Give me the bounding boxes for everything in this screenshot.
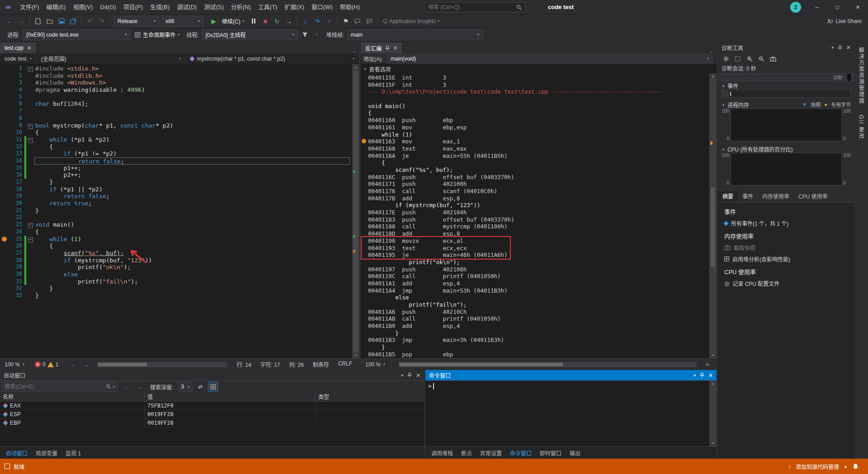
panel-tab[interactable]: 自动窗口 <box>2 449 32 457</box>
prev-issue-icon[interactable]: ← <box>67 359 78 370</box>
disasm-margin[interactable] <box>361 195 368 202</box>
disasm-margin[interactable] <box>361 308 368 316</box>
disasm-margin[interactable] <box>361 145 368 152</box>
collapse-minus-icon[interactable]: − <box>28 67 33 72</box>
comment-icon[interactable] <box>352 16 363 27</box>
pause-icon[interactable] <box>248 16 259 27</box>
hex-display-icon[interactable] <box>208 382 218 392</box>
code-line[interactable]: 4#pragma warning(disable : 4996) <box>0 86 352 94</box>
disasm-margin[interactable] <box>361 95 368 103</box>
navigate-back-icon[interactable]: ← <box>4 16 15 27</box>
disasm-margin[interactable] <box>361 330 368 337</box>
breakpoint-margin[interactable] <box>0 200 9 207</box>
take-snapshot-link[interactable]: 截取快照 <box>724 244 848 251</box>
disasm-line[interactable]: 004011A1 add esp,4 <box>361 280 709 287</box>
column-type[interactable]: 类型 <box>316 393 424 401</box>
menu-item[interactable]: 视图(V) <box>70 0 96 14</box>
disasm-line[interactable]: 00401160 push ebp <box>361 117 709 124</box>
breakpoint-margin[interactable] <box>0 86 9 94</box>
error-count[interactable]: 0 <box>42 361 46 368</box>
warning-count[interactable]: 1 <box>56 361 59 368</box>
zoom-dropdown[interactable]: 100 %▾ <box>363 361 387 368</box>
scroll-down-icon[interactable]: ▼ <box>352 352 359 358</box>
filter-icon[interactable] <box>300 29 311 40</box>
reset-view-icon[interactable] <box>769 54 778 63</box>
disasm-line[interactable]: } <box>361 344 709 351</box>
scroll-down-icon[interactable]: ▼ <box>709 441 717 446</box>
breakpoint-margin[interactable] <box>0 250 9 257</box>
autos-search-box[interactable]: ▾ <box>2 382 118 392</box>
breakpoint-margin[interactable] <box>0 108 9 115</box>
disasm-margin[interactable] <box>361 280 368 287</box>
breakpoint-margin[interactable] <box>0 65 9 72</box>
new-file-icon[interactable] <box>33 16 43 27</box>
code-line[interactable]: 8 <box>0 115 352 122</box>
breakpoint-margin[interactable] <box>0 157 9 165</box>
disasm-line[interactable]: 0040115F int 3 <box>361 81 709 89</box>
breakpoint-margin[interactable] <box>0 100 9 108</box>
maximize-icon[interactable]: □ <box>827 0 848 14</box>
breakpoint-margin[interactable] <box>0 193 9 200</box>
code-line[interactable]: 21} <box>0 207 352 214</box>
scroll-thumb[interactable] <box>354 71 358 352</box>
warning-icon[interactable] <box>47 362 54 367</box>
search-depth-dropdown[interactable]: 3▾ <box>178 382 193 392</box>
user-avatar[interactable]: 2 <box>790 2 801 13</box>
bookmark-icon[interactable]: ⚑ <box>340 16 351 27</box>
disasm-margin[interactable] <box>361 209 368 216</box>
breakpoint-margin[interactable] <box>0 129 9 136</box>
navigate-forward-icon[interactable]: → <box>16 16 27 27</box>
disasm-line[interactable]: 0040117B add esp,8 <box>361 195 709 202</box>
code-line[interactable]: 3#include <Windows.h> <box>0 79 352 86</box>
tab-list-chevron-icon[interactable]: ⌄ <box>352 49 356 53</box>
menu-item[interactable]: Git(G) <box>96 0 119 14</box>
breakpoint-margin[interactable] <box>0 179 9 186</box>
panel-tab[interactable]: 调用堆栈 <box>427 449 457 457</box>
configuration-dropdown[interactable]: Release▾ <box>114 16 159 27</box>
disasm-line[interactable]: } <box>361 330 709 337</box>
disasm-horizontal-scrollbar[interactable] <box>399 362 697 367</box>
disasm-margin[interactable] <box>361 81 368 89</box>
code-line[interactable]: 22 <box>0 214 352 221</box>
breakpoint-margin[interactable] <box>0 257 9 264</box>
select-tool-icon[interactable] <box>733 54 742 63</box>
tab-close-icon[interactable]: ✕ <box>393 45 397 51</box>
disasm-margin[interactable] <box>361 301 368 308</box>
minimize-icon[interactable]: ─ <box>807 0 827 14</box>
timeline-ruler[interactable]: 10秒 <box>718 73 854 81</box>
disasm-line[interactable]: 0040119C call printf (0401050h) <box>361 273 709 280</box>
window-menu-chevron-icon[interactable]: ▾ <box>831 45 834 50</box>
code-line[interactable]: 24{ <box>0 228 352 236</box>
step-over-icon[interactable]: ↷ <box>312 16 323 27</box>
code-line[interactable]: 7 <box>0 108 352 115</box>
menu-item[interactable]: 编辑(E) <box>43 0 70 14</box>
notifications-bell-icon[interactable] <box>852 463 859 470</box>
view-options-toggle[interactable]: ▸ 查看选项 <box>361 64 717 73</box>
close-icon[interactable]: ✕ <box>708 372 713 379</box>
undo-icon[interactable]: ↶ <box>85 16 95 27</box>
disasm-margin[interactable] <box>361 103 368 110</box>
disasm-margin[interactable] <box>361 74 368 81</box>
code-line[interactable]: 1−#include <stdio.h> <box>0 65 352 72</box>
settings-gear-icon[interactable] <box>722 54 731 63</box>
command-window-header[interactable]: 命令窗口 ▾ ✕ <box>425 370 717 381</box>
disasm-margin[interactable] <box>361 124 368 131</box>
open-folder-icon[interactable] <box>44 16 55 27</box>
live-share-button[interactable]: Live Share <box>827 14 862 28</box>
disasm-line[interactable]: 004011B5 pop ebp <box>361 351 709 358</box>
zoom-out-icon[interactable] <box>757 54 766 63</box>
disasm-margin[interactable] <box>361 109 368 117</box>
breakpoint-margin[interactable] <box>0 278 9 285</box>
disasm-margin[interactable] <box>361 337 368 344</box>
scroll-thumb[interactable] <box>98 363 146 366</box>
breakpoint-margin[interactable] <box>0 292 9 299</box>
breakpoint-margin[interactable] <box>0 115 9 122</box>
disasm-code[interactable]: 0040115E int 30040115F int 3--- D:\vmp\t… <box>361 73 709 358</box>
code-line[interactable]: 27 scanf("%s", buf); <box>0 250 352 257</box>
scroll-down-icon[interactable]: ▼ <box>709 352 717 358</box>
column-value[interactable]: 值 <box>145 393 316 401</box>
diagnostics-tab[interactable]: 内存使用率 <box>758 191 794 202</box>
command-vertical-scrollbar[interactable]: ▲ ▼ <box>709 381 717 446</box>
scroll-up-icon[interactable]: ▲ <box>352 64 359 70</box>
process-dropdown[interactable]: [0xE90] code test.exe▾ <box>23 29 130 40</box>
